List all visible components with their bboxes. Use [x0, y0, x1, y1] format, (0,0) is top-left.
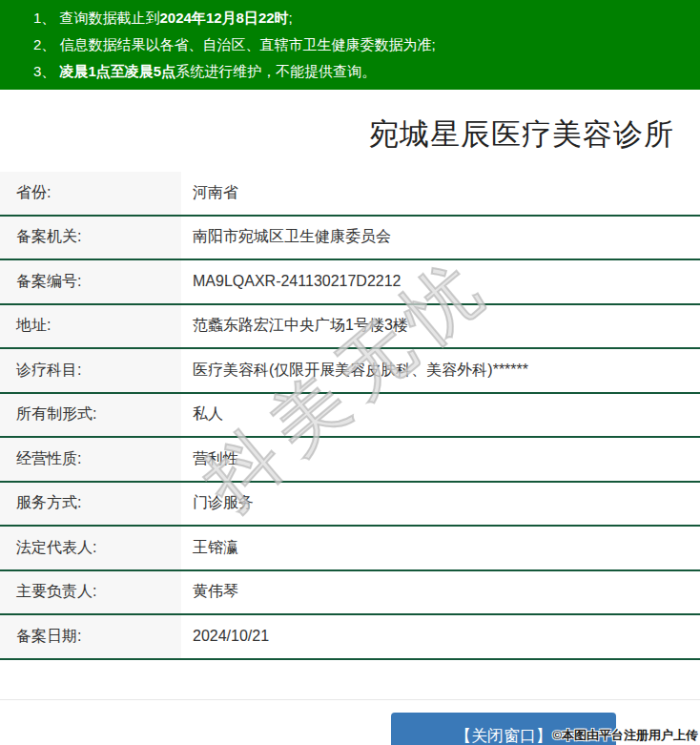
row-value-legal-representative: 王镕瀛 [181, 527, 700, 569]
record-table: 省份: 河南省 备案机关: 南阳市宛城区卫生健康委员会 备案编号: MA9LQA… [0, 172, 700, 660]
notice-banner: 1、 查询数据截止到2024年12月8日22时; 2、 信息数据结果以各省、自治… [0, 0, 700, 90]
row-label-service-mode: 服务方式: [0, 483, 181, 526]
notice-line-1: 1、 查询数据截止到2024年12月8日22时; [33, 5, 690, 31]
row-label-ownership: 所有制形式: [0, 394, 181, 437]
row-label-address: 地址: [0, 305, 181, 348]
notice-1-tail: ; [289, 10, 293, 26]
table-row: 经营性质: 营利性 [0, 438, 700, 483]
notice-1-bold: 2024年12月8日22时 [160, 10, 289, 26]
table-row: 地址: 范蠡东路宏江中央广场1号楼3楼 [0, 305, 700, 350]
table-row: 主要负责人: 黄伟琴 [0, 571, 700, 616]
table-row: 省份: 河南省 [0, 172, 700, 217]
row-value-principal: 黄伟琴 [181, 571, 700, 614]
notice-line-2: 2、 信息数据结果以各省、自治区、直辖市卫生健康委数据为准; [33, 31, 690, 58]
notice-3-text: 3、 [33, 63, 60, 79]
row-label-legal-representative: 法定代表人: [0, 527, 181, 569]
table-row: 备案日期: 2024/10/21 [0, 615, 700, 660]
row-label-filing-number: 备案编号: [0, 260, 181, 303]
row-label-province: 省份: [0, 172, 181, 215]
notice-3-bold: 凌晨1点至凌晨5点 [60, 63, 176, 79]
row-value-service-mode: 门诊服务 [181, 483, 700, 526]
table-row: 法定代表人: 王镕瀛 [0, 527, 700, 571]
table-row: 备案机关: 南阳市宛城区卫生健康委员会 [0, 217, 700, 261]
upload-copyright-stamp: ©本图由平台注册用户上传 [552, 727, 698, 744]
row-value-province: 河南省 [181, 172, 700, 215]
row-label-departments: 诊疗科目: [0, 349, 181, 392]
table-row: 备案编号: MA9LQAXR-241130217D2212 [0, 260, 700, 305]
row-value-filing-number: MA9LQAXR-241130217D2212 [181, 260, 700, 303]
row-label-business-nature: 经营性质: [0, 438, 181, 481]
row-value-filing-date: 2024/10/21 [181, 615, 700, 658]
page-title: 宛城星辰医疗美容诊所 [369, 114, 674, 155]
row-value-filing-authority: 南阳市宛城区卫生健康委员会 [181, 217, 700, 259]
record-query-page: 1、 查询数据截止到2024年12月8日22时; 2、 信息数据结果以各省、自治… [0, 0, 700, 745]
notice-1-text: 1、 查询数据截止到 [33, 10, 160, 26]
notice-line-3: 3、 凌晨1点至凌晨5点系统进行维护，不能提供查询。 [33, 58, 690, 85]
row-value-ownership: 私人 [181, 394, 700, 437]
row-label-filing-date: 备案日期: [0, 615, 181, 658]
notice-2-text: 2、 信息数据结果以各省、自治区、直辖市卫生健康委数据为准; [33, 36, 436, 52]
footer-divider [0, 699, 700, 700]
table-row: 所有制形式: 私人 [0, 394, 700, 439]
row-label-filing-authority: 备案机关: [0, 217, 181, 259]
table-row: 诊疗科目: 医疗美容科(仅限开展美容皮肤科、美容外科)****** [0, 349, 700, 394]
row-label-principal: 主要负责人: [0, 571, 181, 614]
row-value-address: 范蠡东路宏江中央广场1号楼3楼 [181, 305, 700, 348]
row-value-business-nature: 营利性 [181, 438, 700, 481]
row-value-departments: 医疗美容科(仅限开展美容皮肤科、美容外科)****** [181, 349, 700, 392]
table-row: 服务方式: 门诊服务 [0, 483, 700, 528]
title-area: 宛城星辰医疗美容诊所 [0, 90, 700, 172]
notice-3-tail: 系统进行维护，不能提供查询。 [175, 63, 376, 79]
